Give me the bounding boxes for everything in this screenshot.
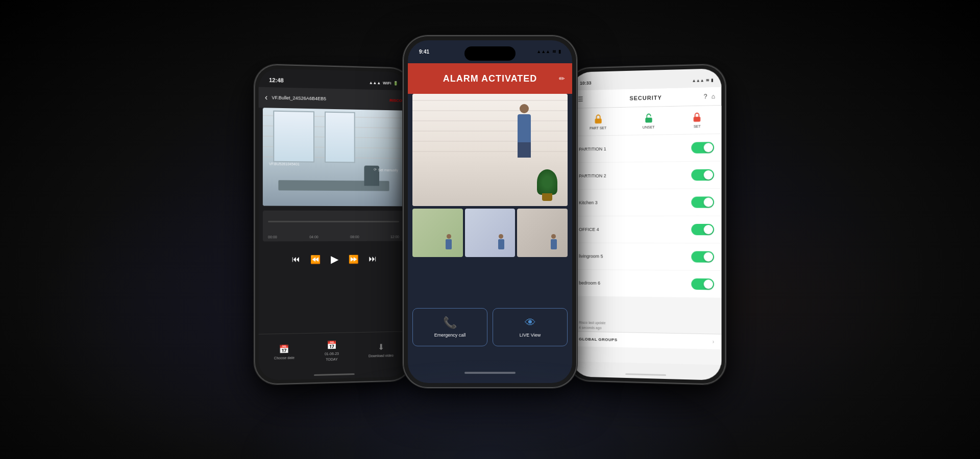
part-set-button[interactable]: PART SET: [590, 113, 606, 130]
phone-left-header: ‹ VF.Bullet_24S26A6B4EB5 RISCO: [259, 87, 408, 111]
download-button[interactable]: ⬇ Download video: [369, 342, 394, 358]
phone-right-status-icons: ▲▲▲ ≋ ▮: [692, 78, 713, 83]
set-button[interactable]: SET: [692, 112, 703, 129]
step-back-button[interactable]: ⏪: [310, 254, 320, 264]
partition-6-name: bedroom 6: [579, 280, 686, 287]
risco-brand: RISCO: [389, 98, 402, 103]
part-set-icon: [593, 114, 604, 125]
global-groups-bar[interactable]: GLOBAL GROUPS ›: [572, 331, 721, 349]
video-area[interactable]: VF.BU5261045401 ⟳ Set manually: [263, 108, 404, 206]
home-indicator-right: [625, 373, 666, 376]
plant-pot: [542, 193, 552, 201]
wifi-icon-right: ≋: [706, 78, 709, 82]
today-button[interactable]: 📅 01-06-23 TODAY: [325, 340, 339, 362]
home-icon[interactable]: ⌂: [712, 92, 715, 99]
edit-icon[interactable]: ✏: [559, 74, 565, 83]
set-manually-label: ⟳ Set manually: [374, 168, 398, 172]
partition-4-toggle[interactable]: [691, 224, 714, 235]
phone-center-status-bar: 9:41 ▲▲▲ ≋ ▮: [408, 44, 572, 59]
last-update-text: Risco last update4 seconds ago: [579, 320, 606, 330]
partition-1-toggle[interactable]: [691, 142, 714, 154]
today-label: 01-06-23: [325, 352, 339, 356]
timeline-label-3: 12:00: [390, 235, 399, 239]
phone-center: 9:41 ▲▲▲ ≋ ▮ ALARM ACTIVATED ✏: [403, 36, 577, 388]
toggle-knob-1: [704, 143, 713, 152]
thumbnail-3[interactable]: [517, 209, 568, 257]
phone-center-time: 9:41: [419, 49, 429, 55]
main-camera-view[interactable]: [412, 94, 568, 206]
timeline-labels: 00:00 04:00 08:00 12:00: [268, 235, 399, 239]
thumb-person-1: [445, 234, 453, 254]
partition-3-toggle[interactable]: [691, 196, 714, 208]
security-header: ☰ SECURITY ? ⌂: [572, 87, 721, 109]
partition-6: bedroom 6: [572, 270, 721, 298]
download-icon: ⬇: [378, 342, 384, 352]
thumbnail-1[interactable]: [412, 209, 463, 257]
set-manually-text: Set manually: [378, 168, 399, 171]
playback-controls: ⏮ ⏪ ▶ ⏩ ⏭: [259, 246, 408, 272]
back-button[interactable]: ‹: [265, 93, 267, 102]
person-head: [520, 104, 529, 113]
person-body: [518, 114, 531, 142]
phone-left-screen: 12:48 ▲▲▲ WiFi 🔋 ‹ VF.Bullet_24S26A6B4EB…: [259, 68, 408, 380]
timeline-area[interactable]: 00:00 04:00 08:00 12:00: [263, 211, 404, 242]
alarm-title: ALARM ACTIVATED: [443, 73, 537, 84]
download-label: Download video: [369, 353, 394, 358]
question-icon[interactable]: ?: [704, 93, 707, 100]
security-title: SECURITY: [629, 94, 662, 101]
toggle-knob-2: [704, 170, 713, 180]
phone-left-time: 12:48: [269, 77, 284, 84]
svg-rect-1: [645, 118, 652, 122]
partition-6-toggle[interactable]: [691, 278, 714, 290]
wifi-icon-center: ≋: [552, 49, 556, 54]
plant-decoration: [537, 170, 557, 201]
partition-5-name: livingroom 5: [579, 253, 686, 259]
timeline-bar: [268, 221, 399, 222]
skip-forward-button[interactable]: ⏭: [369, 254, 377, 264]
play-button[interactable]: ▶: [331, 253, 338, 265]
partition-5-toggle[interactable]: [691, 251, 714, 262]
thumbnail-2[interactable]: [465, 209, 516, 257]
toggle-knob-5: [704, 252, 713, 262]
partition-4: OFFICE 4: [572, 216, 721, 243]
partition-3: Kitchen 3: [572, 189, 721, 216]
partition-4-name: OFFICE 4: [579, 227, 686, 232]
battery-icon: 🔋: [393, 81, 398, 85]
emergency-call-label: Emergency call: [434, 333, 466, 338]
unset-button[interactable]: UNSET: [643, 113, 655, 129]
set-icon: [692, 112, 703, 123]
plant-leaves: [537, 169, 557, 195]
step-forward-button[interactable]: ⏩: [348, 254, 358, 264]
toggle-knob-4: [704, 225, 713, 234]
partition-2-toggle[interactable]: [691, 169, 714, 181]
phone-right: 10:33 ▲▲▲ ≋ ▮ ☰ SECURITY ? ⌂: [568, 64, 726, 385]
svg-rect-0: [595, 119, 601, 123]
menu-button[interactable]: ☰: [578, 95, 583, 103]
bottom-toolbar: 📅 Choose date 📅 01-06-23 TODAY ⬇ Downloa…: [259, 331, 408, 370]
alarm-header: ALARM ACTIVATED ✏: [408, 63, 572, 94]
phone-icon: 📞: [443, 316, 457, 329]
emergency-call-button[interactable]: 📞 Emergency call: [412, 308, 487, 346]
unset-icon: [643, 113, 654, 124]
phone-left-status-icons: ▲▲▲ WiFi 🔋: [369, 80, 398, 85]
phone-center-screen: 9:41 ▲▲▲ ≋ ▮ ALARM ACTIVATED ✏: [408, 40, 572, 383]
phone-left: 12:48 ▲▲▲ WiFi 🔋 ‹ VF.Bullet_24S26A6B4EB…: [254, 64, 412, 385]
live-view-button[interactable]: 👁 LIVE View: [493, 308, 568, 346]
part-set-label: PART SET: [590, 126, 606, 130]
skip-back-button[interactable]: ⏮: [291, 254, 300, 264]
toggle-knob-6: [704, 279, 713, 289]
camera-name: VF.Bullet_24S26A6B4EB5: [272, 95, 385, 103]
lock-icons-row: PART SET UNSET SE: [572, 106, 721, 136]
partition-3-name: Kitchen 3: [579, 200, 686, 206]
wifi-icon: WiFi: [383, 81, 391, 85]
choose-date-button[interactable]: 📅 Choose date: [274, 344, 295, 360]
signal-icon-right: ▲▲▲: [692, 78, 704, 83]
home-indicator-left: [314, 373, 355, 376]
today-icon: 📅: [327, 340, 337, 350]
unset-label: UNSET: [643, 125, 655, 129]
window-2: [325, 112, 355, 163]
battery-icon-center: ▮: [558, 49, 561, 54]
action-area: 📞 Emergency call 👁 LIVE View: [412, 301, 568, 352]
chevron-right-icon: ›: [713, 339, 714, 345]
partition-2-name: PARTITION 2: [579, 172, 686, 178]
